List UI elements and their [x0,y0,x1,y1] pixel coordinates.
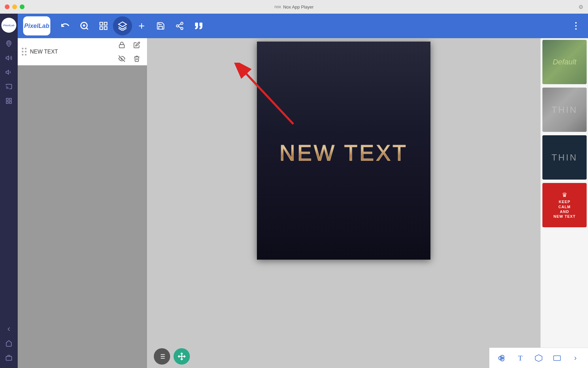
work-area: NEW TEXT [18,38,588,368]
svg-point-19 [176,25,179,27]
layers-button[interactable] [113,16,132,35]
template-default[interactable]: Default [542,40,587,84]
crown-icon: ♛ [562,191,567,199]
svg-line-21 [178,27,181,28]
nav-cast-icon[interactable] [3,80,15,93]
template-thin1-label: THIN [552,105,578,115]
svg-rect-5 [10,98,12,101]
layer-edit-button[interactable] [131,39,143,51]
zoom-button[interactable] [75,14,94,38]
grid-button[interactable] [94,14,113,38]
canvas-container: NEW TEXT [147,38,540,368]
nav-volume-up-icon[interactable] [3,52,15,64]
maximize-button[interactable] [20,4,24,9]
right-bottom-bar: T › [489,348,588,368]
svg-rect-39 [554,356,560,361]
svg-rect-25 [119,45,125,48]
svg-line-10 [86,28,88,29]
toolbar-logo[interactable]: PixelLab [23,16,50,35]
close-button[interactable] [5,4,10,9]
list-button[interactable] [154,348,170,365]
template-thin2-label: THIN [552,152,578,163]
svg-rect-4 [6,98,9,101]
svg-point-20 [181,27,183,30]
title-bar: nox Nox App Player ⚙ [0,0,588,14]
window-title: nox Nox App Player [275,4,314,10]
canvas-bottom-controls [154,348,190,365]
svg-rect-8 [6,356,12,361]
template-thin2[interactable]: THIN [542,135,587,180]
hexagon-shape-button[interactable] [532,351,545,365]
svg-rect-15 [100,27,103,29]
svg-line-22 [178,24,181,25]
nav-location-icon[interactable] [3,37,15,50]
share-button[interactable] [170,14,189,38]
quote-button[interactable] [189,14,208,38]
svg-point-0 [8,42,10,44]
left-nav: PixelLab [0,14,18,368]
rectangle-shape-button[interactable] [550,351,564,365]
layers-panel: NEW TEXT [18,38,147,368]
template-thin1[interactable]: THIN [542,88,587,132]
layer-item: NEW TEXT [18,38,147,65]
app-window: PixelLab PixelLab [0,14,588,368]
svg-rect-6 [6,102,9,104]
layer-delete-button[interactable] [131,52,143,65]
template-default-label: Default [553,58,576,66]
svg-rect-14 [104,22,107,25]
canvas-main-text[interactable]: NEW TEXT [279,140,408,166]
svg-marker-17 [118,22,126,27]
nav-apps-icon[interactable] [3,95,15,107]
layer-actions [116,39,143,65]
save-button[interactable] [151,14,170,38]
svg-rect-13 [100,22,103,25]
right-panel: Default THIN THIN ♛ KEEPCALMANDNEW TEXT [540,38,588,368]
add-button[interactable]: + [132,14,151,38]
svg-marker-38 [535,355,542,362]
svg-rect-7 [10,102,12,104]
main-content: PixelLab + ⋮ [18,14,588,368]
layer-lock-button[interactable] [116,39,128,51]
move-button[interactable] [174,348,190,365]
svg-marker-1 [6,56,9,60]
empty-layer-area [18,65,147,368]
template-keepcalm[interactable]: ♛ KEEPCALMANDNEW TEXT [542,183,587,227]
svg-rect-16 [104,27,107,29]
nav-layers-icon[interactable] [3,352,15,364]
toolbar: PixelLab + ⋮ [18,14,588,38]
svg-point-18 [181,22,183,25]
window-controls[interactable] [5,4,24,9]
text-style-button[interactable]: T [513,351,527,365]
drag-handle[interactable] [22,48,27,56]
more-button[interactable]: ⋮ [569,14,583,38]
layer-hide-button[interactable] [116,52,128,65]
app-logo[interactable]: PixelLab [1,18,16,33]
minimize-button[interactable] [12,4,17,9]
nav-home-icon[interactable] [3,337,15,350]
layer-name: NEW TEXT [30,49,116,55]
canvas[interactable]: NEW TEXT [257,42,430,260]
more-styles-button[interactable]: › [569,351,582,365]
template-keepcalm-label: KEEPCALMANDNEW TEXT [554,199,576,219]
undo-button[interactable] [56,14,75,38]
svg-marker-2 [6,70,9,74]
panel-spacer [541,229,588,253]
color-blend-button[interactable] [495,351,509,365]
nav-back-icon[interactable] [3,323,15,335]
svg-point-37 [501,357,504,361]
nav-volume-down-icon[interactable] [3,66,15,78]
settings-icon[interactable]: ⚙ [578,4,583,10]
